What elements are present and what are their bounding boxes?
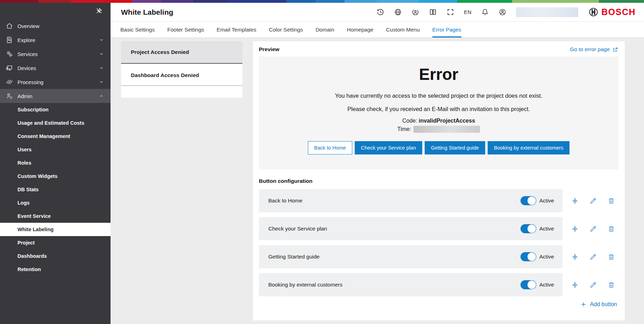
reorder-icon[interactable] [571,197,579,205]
sidebar-item-dashboards[interactable]: Dashboards [0,249,111,263]
tab-domain[interactable]: Domain [316,22,334,37]
add-button-link[interactable]: Add button [580,301,617,308]
toggle-knob [528,197,536,205]
error-page-item-project-access-denied[interactable]: Project Access Denied [121,41,242,64]
delete-icon[interactable] [608,281,615,289]
preview-button-back-to-home[interactable]: Back to Home [308,141,352,154]
add-button-label: Add button [590,301,617,308]
home-icon [6,22,13,30]
active-toggle[interactable] [521,224,536,233]
reorder-icon[interactable] [571,225,579,233]
edit-icon[interactable] [589,253,597,261]
button-label: Back to Home [268,198,302,204]
chevron-up-icon [99,93,104,99]
delete-icon[interactable] [608,197,615,205]
globe-icon[interactable] [394,8,402,16]
help-icon[interactable]: ? [429,8,437,16]
sidebar-item-retention[interactable]: Retention [0,263,111,276]
top-bar: White Labeling ? EN [111,3,644,22]
sidebar-item-custom-widgets[interactable]: Custom Widgets [0,170,111,183]
error-page-editor-card: Preview Go to error page Error You have … [253,41,625,320]
error-pages-content: Project Access Denied Dashboard Access D… [111,38,644,324]
fullscreen-icon[interactable] [446,8,454,16]
bosch-anchor-icon [588,7,599,17]
error-page-list: Project Access Denied Dashboard Access D… [121,41,242,98]
sidebar-item-label: Devices [17,65,99,71]
sidebar-item-logs[interactable]: Logs [0,196,111,209]
processing-icon [6,78,13,86]
tab-color-settings[interactable]: Color Settings [269,22,303,37]
sidebar-item-event-service[interactable]: Event Service [0,209,111,223]
sidebar-item-services[interactable]: Services [0,47,111,61]
button-config-line: Check your Service plan Active [259,217,618,240]
chevron-down-icon [99,65,104,71]
support-icon[interactable] [411,8,419,16]
toggle-knob [528,281,536,289]
sidebar-item-roles[interactable]: Roles [0,156,111,170]
sidebar-item-white-labeling[interactable]: White Labeling [0,223,111,236]
sidebar-item-label: Admin [17,93,99,99]
explore-icon [6,36,13,44]
notifications-bell-icon[interactable] [481,8,489,16]
error-page-preview: Error You have currently no access to th… [259,56,618,170]
sidebar-item-subscription[interactable]: Subscription [0,103,111,116]
edit-icon[interactable] [589,281,597,289]
button-configuration-heading: Button configuration [259,178,618,184]
language-selector[interactable]: EN [464,9,472,15]
active-toggle[interactable] [521,280,536,289]
tab-email-templates[interactable]: Email Templates [217,22,256,37]
preview-button-getting-started-guide[interactable]: Getting Started guide [425,141,485,154]
tab-footer-settings[interactable]: Footer Settings [167,22,204,37]
sidebar-item-users[interactable]: Users [0,143,111,156]
sidebar-item-consent-management[interactable]: Consent Management [0,130,111,143]
edit-icon[interactable] [589,225,597,233]
account-icon[interactable] [498,8,507,16]
reorder-icon[interactable] [571,281,579,289]
sidebar-item-processing[interactable]: Processing [0,75,111,89]
unpin-icon[interactable] [95,7,103,15]
active-toggle[interactable] [521,252,536,261]
plus-icon [580,301,587,308]
delete-icon[interactable] [608,225,615,233]
sidebar-item-usage-and-estimated-costs[interactable]: Usage and Estimated Costs [0,116,111,130]
toggle-status-label: Active [539,198,554,204]
toggle-status-label: Active [539,254,554,260]
reorder-icon[interactable] [571,253,579,261]
button-label: Check your Service plan [268,226,327,232]
sidebar-item-db-stats[interactable]: DB Stats [0,183,111,196]
tab-error-pages[interactable]: Error Pages [432,22,461,37]
go-to-error-page-label: Go to error page [570,46,610,53]
sidebar-item-explore[interactable]: Explore [0,33,111,47]
sidebar-item-devices[interactable]: Devices [0,61,111,75]
external-link-icon [613,47,618,53]
chevron-down-icon [99,37,104,43]
button-config-line: Getting Started guide Active [259,245,618,268]
chevron-down-icon [99,51,104,57]
toggle-knob [528,253,536,261]
redacted-username [516,7,578,17]
sidebar-item-label: Explore [17,37,99,43]
preview-button-booking-by-external-customers[interactable]: Booking by external customers [488,141,569,154]
history-icon[interactable] [376,8,384,16]
preview-heading: Preview [259,46,279,53]
button-config-line: Back to Home Active [259,189,618,212]
button-config-row: Booking by external customers Active [259,273,562,296]
error-page-item-dashboard-access-denied[interactable]: Dashboard Access Denied [121,64,242,86]
sidebar-item-overview[interactable]: Overview [0,19,111,33]
sidebar-item-admin[interactable]: Admin [0,89,111,103]
error-title: Error [419,66,458,83]
tab-homepage[interactable]: Homepage [347,22,374,37]
error-code-line: Code: invalidProjectAccess [402,118,475,124]
tab-basic-settings[interactable]: Basic Settings [120,22,155,37]
edit-icon[interactable] [589,197,597,205]
active-toggle[interactable] [521,196,536,205]
sidebar-item-label: Processing [17,79,99,85]
sidebar-item-project[interactable]: Project [0,236,111,249]
go-to-error-page-link[interactable]: Go to error page [570,46,618,53]
tab-custom-menu[interactable]: Custom Menu [386,22,419,37]
toggle-knob [528,225,536,233]
preview-button-check-your-service-plan[interactable]: Check your Service plan [355,141,422,154]
delete-icon[interactable] [608,253,615,261]
button-config-row: Back to Home Active [259,189,562,212]
bosch-logo: BOSCH [588,7,636,17]
